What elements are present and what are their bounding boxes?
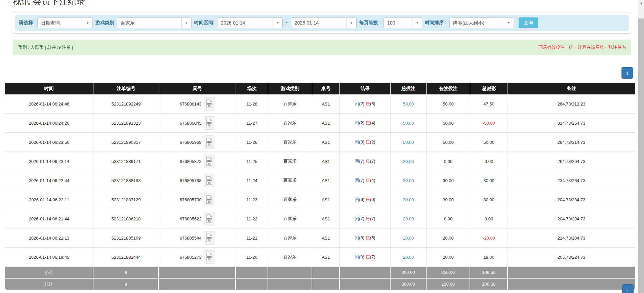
note-cell: 234.73/264.73 bbox=[508, 171, 635, 190]
column-header: 总派彩 bbox=[470, 83, 508, 94]
video-file-icon bbox=[206, 157, 213, 166]
records-table-container: 时间注单编号局号场次游戏类别桌号结果总投注有效投注总派彩备注 2026-01-1… bbox=[5, 83, 635, 290]
game-cell: 百家乐 bbox=[268, 228, 312, 248]
summary-empty-cell bbox=[236, 279, 268, 290]
valid-bet-cell: 20.00 bbox=[427, 248, 470, 267]
video-file-icon bbox=[206, 234, 213, 242]
player-result-score: (7) bbox=[359, 216, 364, 221]
search-button[interactable]: 查询 bbox=[519, 17, 538, 28]
result-cell: 闲(2) 庄(6) bbox=[340, 94, 391, 114]
total-bet-link[interactable]: 30.00 bbox=[403, 159, 414, 164]
chevron-down-icon: ▼ bbox=[83, 18, 92, 28]
player-result-label: 闲 bbox=[355, 197, 359, 202]
round-number: 676805788 bbox=[179, 178, 201, 183]
total-bet-link[interactable]: 20.00 bbox=[403, 236, 414, 241]
column-header: 场次 bbox=[236, 83, 268, 94]
pagination-page-button[interactable]: 1 bbox=[621, 67, 633, 79]
video-replay-button[interactable] bbox=[204, 212, 215, 225]
time-sort-select[interactable]: 降幂(由大到小) ▼ bbox=[449, 17, 514, 28]
summary-body: 小计 9 300.00 250.00 106.50 总计 9 300.00 25… bbox=[5, 267, 635, 290]
session-cell: 11-22 bbox=[236, 209, 268, 228]
video-replay-button[interactable] bbox=[204, 174, 215, 187]
vertical-scrollbar[interactable]: ▲ bbox=[638, 0, 644, 293]
session-cell: 11-23 bbox=[236, 190, 268, 209]
video-replay-button[interactable] bbox=[204, 250, 215, 264]
date-from-select[interactable]: 2026-01-14 ▼ bbox=[217, 17, 283, 28]
summary-label-cell: 总计 bbox=[5, 279, 93, 290]
time-cell: 2026-01-14 06:21:13 bbox=[5, 228, 93, 248]
result-cell: 闲(8) 庄(2) bbox=[340, 133, 391, 152]
round-cell: 676805872 bbox=[159, 152, 236, 171]
round-cell: 676805968 bbox=[159, 133, 236, 152]
column-header: 桌号 bbox=[312, 83, 340, 94]
video-replay-button[interactable] bbox=[204, 193, 215, 206]
game-cell: 百家乐 bbox=[268, 152, 312, 171]
banker-result-score: (6) bbox=[370, 101, 375, 106]
per-page-label: 每页笔数 : bbox=[359, 20, 381, 26]
result-cell: 闲(7) 庄(7) bbox=[340, 209, 391, 228]
query-type-select[interactable]: 日期查询 ▼ bbox=[37, 17, 93, 28]
video-replay-button[interactable] bbox=[204, 97, 215, 111]
time-cell: 2026-01-14 06:22:44 bbox=[5, 171, 93, 190]
payout-cell: 50.00 bbox=[470, 133, 508, 152]
video-replay-button[interactable] bbox=[204, 155, 215, 168]
table-no-cell: AS1 bbox=[312, 152, 340, 171]
payout-cell: 0.00 bbox=[470, 152, 508, 171]
scrollbar-thumb[interactable] bbox=[638, 18, 644, 293]
banker-result-label: 庄 bbox=[366, 197, 370, 202]
session-cell: 11-28 bbox=[236, 94, 268, 114]
total-bet-link[interactable]: 50.00 bbox=[403, 101, 414, 107]
round-number: 676805872 bbox=[179, 159, 201, 164]
bet-id-cell: 523121892249 bbox=[93, 94, 159, 114]
round-cell: 676805700 bbox=[159, 190, 236, 209]
table-no-cell: AS1 bbox=[312, 209, 340, 228]
result-cell: 闲(7) 庄(4) bbox=[340, 171, 391, 190]
total-bet-cell: 20.00 bbox=[391, 248, 427, 267]
total-bet-cell: 30.00 bbox=[391, 190, 427, 209]
game-cell: 百家乐 bbox=[268, 133, 312, 152]
game-cell: 百家乐 bbox=[268, 209, 312, 228]
date-from-value: 2026-01-14 bbox=[217, 18, 273, 28]
video-file-icon bbox=[206, 253, 213, 261]
game-cell: 百家乐 bbox=[268, 190, 312, 209]
table-header-row: 时间注单编号局号场次游戏类别桌号结果总投注有效投注总派彩备注 bbox=[5, 83, 635, 94]
total-bet-link[interactable]: 30.00 bbox=[403, 197, 414, 202]
total-bet-cell: 50.00 bbox=[391, 94, 427, 114]
total-bet-link[interactable]: 20.00 bbox=[403, 255, 414, 260]
round-number: 676805968 bbox=[179, 140, 201, 145]
player-result-score: (8) bbox=[359, 139, 364, 144]
table-row: 2026-01-14 06:24:20 523121891323 6768060… bbox=[5, 114, 635, 133]
total-bet-link[interactable]: 20.00 bbox=[403, 216, 414, 221]
session-cell: 11-26 bbox=[236, 133, 268, 152]
bet-id-cell: 523121891323 bbox=[93, 114, 159, 133]
time-cell: 2026-01-14 06:24:46 bbox=[5, 94, 93, 114]
total-bet-link[interactable]: 50.00 bbox=[403, 121, 414, 126]
game-type-select[interactable]: 百家乐 ▼ bbox=[117, 17, 192, 28]
video-replay-button[interactable] bbox=[204, 116, 215, 130]
summary-count-cell: 9 bbox=[93, 279, 159, 290]
round-number: 676806045 bbox=[179, 121, 201, 126]
video-replay-button[interactable] bbox=[204, 231, 215, 245]
per-page-select[interactable]: 100 ▼ bbox=[384, 17, 422, 28]
valid-bet-cell: 0.00 bbox=[427, 209, 470, 228]
result-cell: 闲(6) 庄(0) bbox=[340, 190, 391, 209]
summary-empty-cell bbox=[340, 279, 391, 290]
payout-cell: 19.00 bbox=[470, 248, 508, 267]
banker-result-label: 庄 bbox=[366, 254, 370, 259]
summary-valid-bet-cell: 250.00 bbox=[427, 267, 470, 279]
game-cell: 百家乐 bbox=[268, 94, 312, 114]
video-file-icon bbox=[206, 99, 213, 108]
scroll-up-icon[interactable]: ▲ bbox=[638, 0, 644, 6]
total-bet-link[interactable]: 30.00 bbox=[403, 178, 414, 183]
time-range-label: 时间区间: bbox=[194, 20, 215, 26]
table-row: 2026-01-14 06:21:44 523121886218 6768056… bbox=[5, 209, 635, 228]
pagination-page-button-bottom[interactable]: 1 bbox=[622, 284, 634, 293]
date-to-select[interactable]: 2026-01-14 ▼ bbox=[291, 17, 357, 28]
time-sort-label: 时间排序 : bbox=[425, 20, 447, 26]
total-bet-link[interactable]: 50.00 bbox=[403, 140, 414, 145]
note-cell: 264.73/312.23 bbox=[508, 94, 635, 114]
chevron-down-icon: ▼ bbox=[412, 18, 422, 28]
video-replay-button[interactable] bbox=[204, 135, 215, 149]
banker-result-score: (7) bbox=[370, 159, 375, 164]
per-page-value: 100 bbox=[384, 18, 412, 28]
